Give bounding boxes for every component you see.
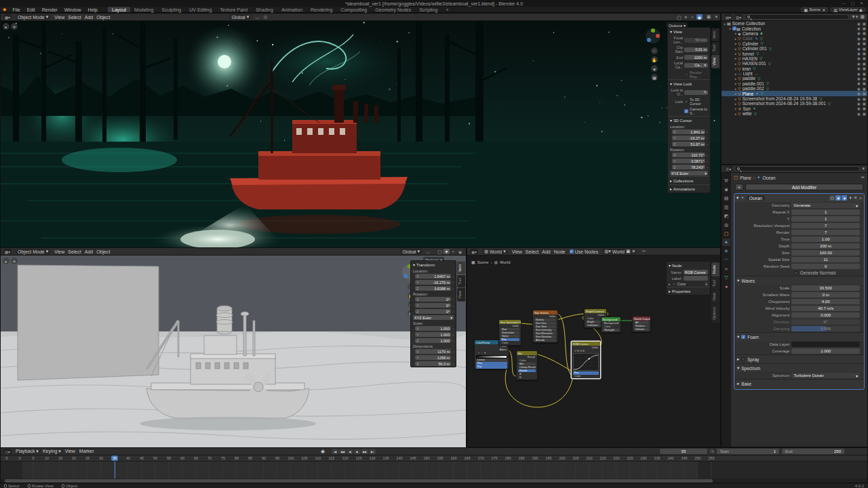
editor-type-outliner-icon[interactable]: ▤▾: [724, 14, 732, 20]
hide-eye-toggle[interactable]: ◉: [857, 56, 861, 60]
lock-icon[interactable]: ▫: [452, 298, 454, 302]
property-value-depth[interactable]: 200 m: [791, 243, 860, 249]
property-value-repeat-x[interactable]: 1: [791, 209, 860, 215]
property-value-y[interactable]: 1: [791, 216, 860, 222]
axis-z-field[interactable]: Z0°: [415, 309, 451, 314]
disable-render-toggle[interactable]: ▣: [863, 66, 866, 70]
axis-z-field[interactable]: Z51.67 m: [672, 142, 705, 146]
menu-add[interactable]: Add: [85, 15, 93, 20]
properties-tab-physics[interactable]: ◠: [722, 256, 730, 264]
axis-value-row[interactable]: Z51.67 m▫: [668, 141, 710, 147]
lock-icon[interactable]: ▫: [452, 327, 454, 331]
axis-value-row[interactable]: Y1258 m▫: [411, 354, 456, 361]
proportional-edit-icon[interactable]: ◎: [263, 14, 267, 20]
property-value-size[interactable]: 100.00: [791, 250, 860, 256]
menu-view[interactable]: View: [54, 249, 64, 254]
spray-checkbox[interactable]: [741, 357, 745, 361]
outliner-row[interactable]: ▸▽Plane✦▽◉▣: [722, 91, 867, 96]
disable-render-toggle[interactable]: ▣: [863, 92, 866, 96]
camera-to-view-row[interactable]: ✓ Camera to V...: [668, 106, 710, 116]
disable-render-toggle[interactable]: ▣: [863, 56, 866, 60]
outliner-row[interactable]: ▸▽kran▽◉▣: [722, 66, 867, 71]
lock-icon[interactable]: ▫: [707, 142, 708, 146]
outliner-row[interactable]: ▸☀Sun☀◉▣: [722, 106, 867, 111]
generate-normals-checkbox[interactable]: [794, 271, 798, 275]
axis-z-field[interactable]: Z1.000: [415, 338, 451, 343]
disable-render-toggle[interactable]: ▣: [863, 26, 866, 30]
color-ramp-gradient[interactable]: [476, 355, 507, 359]
properties-tab-output[interactable]: ▤: [722, 195, 730, 202]
properties-tab-render[interactable]: ◙: [722, 186, 730, 193]
menu-help[interactable]: Help: [85, 7, 101, 12]
node-row-all[interactable]: All: [634, 321, 649, 325]
outliner-row[interactable]: ▸▽Cylinder▽◉▣: [722, 41, 867, 46]
outliner-row[interactable]: ▸▽paddle.001▽◉▣: [722, 81, 867, 86]
property-row[interactable]: Time1.00: [734, 236, 864, 243]
workspace-tab-scripting[interactable]: Scripting: [415, 7, 441, 12]
property-row[interactable]: Y1: [734, 216, 864, 222]
npanel-tab-options[interactable]: Options: [711, 304, 719, 323]
node-row-fac[interactable]: Fac: [500, 338, 519, 342]
render-region-checkbox[interactable]: [684, 73, 688, 77]
breadcrumb-modifier[interactable]: Ocean: [762, 176, 775, 180]
hide-eye-toggle[interactable]: ◉: [857, 112, 861, 116]
disable-render-toggle[interactable]: ▣: [863, 62, 866, 66]
fake-user-icon[interactable]: ▣: [626, 249, 631, 254]
property-row[interactable]: Size100.00: [734, 249, 864, 256]
axis-x-field[interactable]: X110.72°: [672, 152, 705, 157]
property-row[interactable]: Coverage1.000: [734, 348, 864, 354]
hide-eye-toggle[interactable]: ◉: [857, 72, 861, 76]
curve-graph[interactable]: [573, 353, 599, 371]
node-row-color[interactable]: Color: [518, 359, 536, 363]
disable-render-toggle[interactable]: ▣: [863, 22, 866, 26]
property-row[interactable]: Damping0.500: [734, 325, 864, 332]
node-row-strength[interactable]: Strength: [603, 329, 619, 332]
render-region-row[interactable]: Render Reg...: [668, 70, 710, 79]
node-row-saturation[interactable]: Saturation: [500, 331, 519, 335]
hide-eye-toggle[interactable]: ◉: [857, 106, 861, 110]
hide-eye-toggle[interactable]: ◉: [857, 37, 861, 41]
orientation-dropdown[interactable]: Global▾: [400, 249, 422, 254]
lock-icon[interactable]: ▫: [452, 304, 454, 308]
lock-icon[interactable]: ▫: [452, 356, 454, 360]
view-setting-field[interactable]: Ca... ✕: [684, 63, 708, 68]
workspace-tab-modeling[interactable]: Modeling: [130, 7, 157, 12]
to-3d-cursor-checkbox[interactable]: [684, 100, 688, 104]
node-label-field[interactable]: [684, 276, 708, 281]
outliner-row[interactable]: ▸☼Light☼◉▣: [722, 71, 867, 76]
axis-z-field[interactable]: Z78.243°: [672, 165, 705, 169]
properties-tab-object-data[interactable]: ▽: [722, 274, 730, 281]
outliner-row[interactable]: ▸▽Screenshot from 2024-08-24 19-59-38▽◉▣: [722, 96, 867, 101]
properties-tab-view-layer[interactable]: ▥: [722, 203, 730, 211]
mode-dropdown[interactable]: Object Mode▾: [16, 14, 50, 20]
disable-render-toggle[interactable]: ▣: [863, 87, 866, 91]
property-value-alignment[interactable]: 0.000: [791, 312, 860, 318]
property-value-damping[interactable]: 0.500: [791, 326, 860, 331]
unlink-icon[interactable]: ✕: [632, 249, 636, 254]
use-nodes-checkbox[interactable]: ✓: [570, 249, 574, 253]
modifier-extras-icon[interactable]: ▾: [849, 195, 851, 201]
display-mode-icon[interactable]: ▥▾: [734, 14, 743, 20]
gizmos-icon[interactable]: ▾: [715, 14, 717, 20]
node-row-sun-size[interactable]: Sun Size: [534, 325, 556, 329]
property-row[interactable]: Smallest Wave0 m: [734, 291, 864, 298]
viewlayer-selector[interactable]: ▥ViewLayer◉: [831, 7, 865, 12]
outliner-row[interactable]: ▸▽Color✎▽◉▣: [722, 36, 867, 41]
panel-collapsed-collections[interactable]: ▸Collections: [668, 176, 710, 184]
workspace-tab-sculpting[interactable]: Sculpting: [157, 7, 185, 12]
viewlayer-icons[interactable]: ◉: [859, 7, 863, 12]
axis-y-field[interactable]: Y-16.27 m: [672, 136, 705, 140]
property-value-wind-velocity[interactable]: 40.7 m/s: [791, 306, 860, 311]
workspace-tab-rendering[interactable]: Rendering: [307, 7, 336, 12]
property-row[interactable]: Render7: [734, 229, 864, 236]
property-value-spectrum[interactable]: Turbulent Ocean▾: [791, 373, 860, 378]
filter-dropdown-icon[interactable]: ▾: [862, 166, 865, 171]
axis-value-row[interactable]: Z0°▫: [411, 308, 456, 314]
shading-wireframe-button[interactable]: ◯: [437, 249, 443, 254]
property-row[interactable]: Data Layer: [734, 341, 864, 348]
node-color-checkbox[interactable]: [672, 282, 676, 286]
disable-render-toggle[interactable]: ▣: [863, 106, 866, 110]
hide-eye-toggle[interactable]: ◉: [857, 26, 861, 30]
node-panel-header[interactable]: ▾Node: [667, 262, 710, 269]
node-row-sun-elevation[interactable]: Sun Elevation: [534, 332, 556, 336]
